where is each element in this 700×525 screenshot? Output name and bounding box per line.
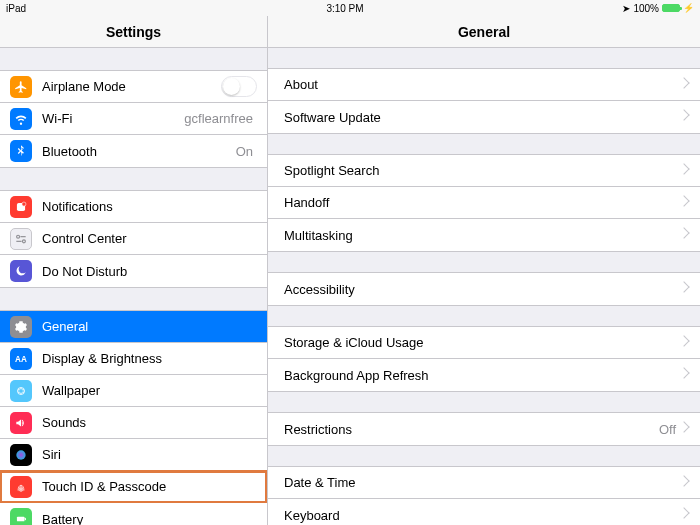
row-label: Bluetooth bbox=[42, 144, 236, 159]
detail-item-about[interactable]: About bbox=[268, 69, 700, 101]
controlcenter-icon bbox=[10, 228, 32, 250]
location-icon: ➤ bbox=[622, 3, 630, 14]
settings-sidebar[interactable]: Airplane ModeWi-FigcflearnfreeBluetoothO… bbox=[0, 48, 268, 525]
sounds-icon bbox=[10, 412, 32, 434]
row-label: Handoff bbox=[284, 195, 680, 210]
svg-rect-15 bbox=[17, 517, 25, 522]
airplane-icon bbox=[10, 76, 32, 98]
battery-percent: 100% bbox=[633, 3, 659, 14]
sidebar-item-controlcenter[interactable]: Control Center bbox=[0, 223, 267, 255]
row-label: Accessibility bbox=[284, 282, 680, 297]
sidebar-item-bluetooth[interactable]: BluetoothOn bbox=[0, 135, 267, 167]
svg-point-9 bbox=[22, 389, 24, 391]
sidebar-group: GeneralAADisplay & BrightnessWallpaperSo… bbox=[0, 310, 267, 525]
svg-point-13 bbox=[18, 389, 20, 391]
row-label: Wi-Fi bbox=[42, 111, 184, 126]
sidebar-item-siri[interactable]: Siri bbox=[0, 439, 267, 471]
svg-point-1 bbox=[22, 202, 26, 206]
svg-point-14 bbox=[16, 450, 25, 459]
wifi-icon bbox=[10, 108, 32, 130]
row-label: Restrictions bbox=[284, 422, 659, 437]
chevron-right-icon bbox=[680, 197, 688, 209]
row-label: Multitasking bbox=[284, 228, 680, 243]
row-value: Off bbox=[659, 422, 676, 437]
status-right: ➤ 100% ⚡ bbox=[604, 3, 694, 14]
bluetooth-icon bbox=[10, 140, 32, 162]
general-detail[interactable]: AboutSoftware UpdateSpotlight SearchHand… bbox=[268, 48, 700, 525]
row-label: About bbox=[284, 77, 680, 92]
chevron-right-icon bbox=[680, 477, 688, 489]
row-label: General bbox=[42, 319, 257, 334]
sidebar-item-display[interactable]: AADisplay & Brightness bbox=[0, 343, 267, 375]
chevron-right-icon bbox=[680, 229, 688, 241]
chevron-right-icon bbox=[680, 509, 688, 521]
row-label: Battery bbox=[42, 512, 257, 526]
chevron-right-icon bbox=[680, 423, 688, 435]
sidebar-title: Settings bbox=[0, 16, 268, 47]
sidebar-item-sounds[interactable]: Sounds bbox=[0, 407, 267, 439]
row-label: Spotlight Search bbox=[284, 163, 680, 178]
svg-point-10 bbox=[22, 391, 24, 393]
detail-item-bgrefresh[interactable]: Background App Refresh bbox=[268, 359, 700, 391]
svg-point-8 bbox=[20, 387, 22, 389]
chevron-right-icon bbox=[680, 79, 688, 91]
row-label: Background App Refresh bbox=[284, 368, 680, 383]
detail-item-handoff[interactable]: Handoff bbox=[268, 187, 700, 219]
detail-item-multitasking[interactable]: Multitasking bbox=[268, 219, 700, 251]
sidebar-group: NotificationsControl CenterDo Not Distur… bbox=[0, 190, 267, 288]
row-value: gcflearnfree bbox=[184, 111, 253, 126]
svg-point-12 bbox=[18, 391, 20, 393]
sidebar-item-battery[interactable]: Battery bbox=[0, 503, 267, 525]
row-label: Display & Brightness bbox=[42, 351, 257, 366]
chevron-right-icon bbox=[680, 369, 688, 381]
sidebar-item-general[interactable]: General bbox=[0, 311, 267, 343]
row-label: Sounds bbox=[42, 415, 257, 430]
row-label: Control Center bbox=[42, 231, 257, 246]
row-label: Touch ID & Passcode bbox=[42, 479, 257, 494]
detail-title: General bbox=[268, 16, 700, 47]
svg-text:AA: AA bbox=[15, 354, 27, 363]
row-label: Siri bbox=[42, 447, 257, 462]
detail-item-storage[interactable]: Storage & iCloud Usage bbox=[268, 327, 700, 359]
display-icon: AA bbox=[10, 348, 32, 370]
row-label: Date & Time bbox=[284, 475, 680, 490]
sidebar-item-touchid[interactable]: Touch ID & Passcode bbox=[0, 471, 267, 503]
general-icon bbox=[10, 316, 32, 338]
wallpaper-icon bbox=[10, 380, 32, 402]
battery-icon bbox=[10, 508, 32, 525]
toggle-switch[interactable] bbox=[221, 76, 257, 97]
sidebar-item-wifi[interactable]: Wi-Figcflearnfree bbox=[0, 103, 267, 135]
svg-point-11 bbox=[20, 392, 22, 394]
detail-item-keyboard[interactable]: Keyboard bbox=[268, 499, 700, 525]
detail-item-restrictions[interactable]: RestrictionsOff bbox=[268, 413, 700, 445]
detail-item-datetime[interactable]: Date & Time bbox=[268, 467, 700, 499]
chevron-right-icon bbox=[680, 111, 688, 123]
detail-group: AboutSoftware Update bbox=[268, 68, 700, 134]
svg-rect-16 bbox=[25, 518, 26, 520]
row-label: Airplane Mode bbox=[42, 79, 221, 94]
detail-item-swupdate[interactable]: Software Update bbox=[268, 101, 700, 133]
detail-group: Storage & iCloud UsageBackground App Ref… bbox=[268, 326, 700, 392]
row-label: Notifications bbox=[42, 199, 257, 214]
siri-icon bbox=[10, 444, 32, 466]
chevron-right-icon bbox=[680, 283, 688, 295]
detail-group: Date & TimeKeyboard bbox=[268, 466, 700, 525]
detail-item-accessibility[interactable]: Accessibility bbox=[268, 273, 700, 305]
sidebar-item-notifications[interactable]: Notifications bbox=[0, 191, 267, 223]
touchid-icon bbox=[10, 476, 32, 498]
svg-point-4 bbox=[22, 239, 25, 242]
sidebar-item-airplane[interactable]: Airplane Mode bbox=[0, 71, 267, 103]
detail-group: Accessibility bbox=[268, 272, 700, 306]
detail-item-spotlight[interactable]: Spotlight Search bbox=[268, 155, 700, 187]
row-label: Storage & iCloud Usage bbox=[284, 335, 680, 350]
detail-group: Spotlight SearchHandoffMultitasking bbox=[268, 154, 700, 252]
sidebar-item-wallpaper[interactable]: Wallpaper bbox=[0, 375, 267, 407]
sidebar-item-dnd[interactable]: Do Not Disturb bbox=[0, 255, 267, 287]
row-value: On bbox=[236, 144, 253, 159]
status-bar: iPad 3:10 PM ➤ 100% ⚡ bbox=[0, 0, 700, 16]
row-label: Do Not Disturb bbox=[42, 264, 257, 279]
svg-point-2 bbox=[17, 235, 20, 238]
sidebar-group: Airplane ModeWi-FigcflearnfreeBluetoothO… bbox=[0, 70, 267, 168]
chevron-right-icon bbox=[680, 337, 688, 349]
notifications-icon bbox=[10, 196, 32, 218]
